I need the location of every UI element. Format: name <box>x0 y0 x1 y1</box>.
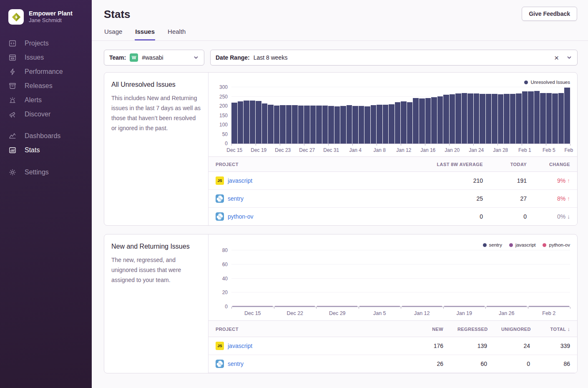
legend-item-unresolved[interactable]: Unresolved Issues <box>524 80 570 85</box>
chart-x-axis: Dec 15Dec 22Dec 29Jan 5Jan 12Jan 19Jan 2… <box>231 307 570 320</box>
sidebar-item-releases[interactable]: Releases <box>0 79 92 93</box>
date-range-selector[interactable]: Date Range: Last 8 weeks × <box>210 50 578 66</box>
trend-up-icon: ↑ <box>567 195 570 202</box>
x-axis-label: Dec 31 <box>323 147 339 153</box>
chevron-down-icon <box>566 55 572 60</box>
bar <box>540 93 546 144</box>
date-range-label: Date Range: <box>216 54 250 61</box>
column-header-new: New <box>400 321 450 337</box>
x-axis-label: Jan 20 <box>445 147 460 153</box>
sidebar-item-dashboards[interactable]: Dashboards <box>0 129 92 143</box>
stack-segment-sentry <box>444 306 485 307</box>
legend-item-python-ov[interactable]: python-ov <box>543 242 570 247</box>
bar <box>407 102 413 144</box>
stacked-bar <box>359 306 400 307</box>
bar <box>480 94 485 144</box>
sidebar-item-label: Projects <box>25 40 49 47</box>
table-row: python-ov 0 0 0% ↓ <box>209 208 577 226</box>
x-axis-label: Dec 15 <box>226 147 242 153</box>
regressed-value: 60 <box>450 355 494 373</box>
x-axis-label: Dec 27 <box>299 147 315 153</box>
stacked-bar <box>487 306 527 307</box>
table-row: JSjavascript 210 191 9% ↑ <box>209 172 577 190</box>
bar <box>316 106 322 144</box>
bar <box>298 106 304 144</box>
bar <box>419 98 425 144</box>
bar <box>262 103 268 144</box>
bar <box>304 106 310 144</box>
sidebar-item-settings[interactable]: Settings <box>0 165 92 179</box>
project-link[interactable]: sentry <box>228 195 244 202</box>
bar <box>450 94 455 144</box>
tab-issues[interactable]: Issues <box>135 28 155 40</box>
sidebar-item-projects[interactable]: Projects <box>0 36 92 50</box>
sidebar-item-performance[interactable]: Performance <box>0 65 92 79</box>
sidebar-item-stats[interactable]: Stats <box>0 143 92 157</box>
sidebar-item-alerts[interactable]: Alerts <box>0 93 92 107</box>
axis-tick <box>328 144 329 146</box>
org-switcher[interactable]: Empower Plant Jane Schmidt <box>0 0 92 33</box>
unignored-value: 24 <box>494 337 537 355</box>
give-feedback-button[interactable]: Give Feedback <box>522 7 577 21</box>
project-link[interactable]: javascript <box>228 177 252 184</box>
bar <box>250 101 256 144</box>
axis-tick <box>528 307 528 309</box>
sidebar-item-label: Alerts <box>25 96 42 104</box>
axis-tick <box>485 307 486 309</box>
javascript-platform-icon: JS <box>216 176 224 185</box>
legend-item-javascript[interactable]: javascript <box>509 242 536 247</box>
x-axis-label: Jan 28 <box>493 147 508 153</box>
x-axis-label: Jan 12 <box>401 307 443 320</box>
bar <box>274 106 280 144</box>
column-header-today: Today <box>490 157 534 172</box>
x-axis-label: Jan 8 <box>374 147 386 153</box>
bar <box>401 101 407 144</box>
bar <box>334 106 340 144</box>
sidebar: Empower Plant Jane Schmidt Projects Issu… <box>0 0 92 388</box>
x-axis-label: Dec 23 <box>275 147 291 153</box>
bar <box>268 105 274 144</box>
filter-bar: Team: W #wasabi Date Range: Last 8 weeks… <box>104 50 578 66</box>
axis-tick <box>231 307 232 309</box>
y-axis-label: 0 <box>225 304 228 310</box>
today-value: 0 <box>490 208 534 226</box>
axis-tick <box>274 307 274 309</box>
legend-dot <box>543 243 546 247</box>
table-row: sentry 26 60 0 86 <box>209 355 577 373</box>
new-returning-issues-chart: sentry javascript python-ov 020406080 De… <box>209 234 577 320</box>
unresolved-issues-table: Project Last 8w Average Today Change JSj… <box>209 156 577 225</box>
project-link[interactable]: sentry <box>228 360 244 367</box>
stats-icon <box>8 146 17 154</box>
clear-date-range-icon[interactable]: × <box>554 54 559 62</box>
sidebar-item-label: Releases <box>25 82 53 90</box>
axis-tick <box>401 307 401 309</box>
project-link[interactable]: javascript <box>228 343 252 349</box>
sidebar-item-discover[interactable]: Discover <box>0 107 92 121</box>
discover-icon <box>8 110 17 118</box>
bar <box>347 105 352 144</box>
team-selector[interactable]: Team: W #wasabi <box>104 50 204 66</box>
sidebar-nav: Projects Issues Performance Releases Ale… <box>0 33 92 179</box>
tab-usage[interactable]: Usage <box>104 28 123 40</box>
stacked-bar <box>317 306 357 307</box>
sidebar-item-issues[interactable]: Issues <box>0 50 92 65</box>
bar <box>383 105 389 144</box>
column-header-total[interactable]: Total ↓ <box>537 321 577 337</box>
sidebar-item-label: Stats <box>25 146 40 154</box>
legend-label: Unresolved Issues <box>530 80 570 85</box>
legend-item-sentry[interactable]: sentry <box>483 242 502 247</box>
x-axis-label: Jan 19 <box>443 307 486 320</box>
legend-dot <box>509 243 513 247</box>
project-link[interactable]: python-ov <box>228 213 253 220</box>
stack-segment-sentry <box>402 306 442 307</box>
axis-tick <box>377 144 377 146</box>
tab-health[interactable]: Health <box>167 28 186 40</box>
team-avatar: W <box>130 53 138 62</box>
bar <box>522 91 528 144</box>
axis-tick <box>473 144 474 146</box>
unignored-value: 0 <box>494 355 537 373</box>
y-axis-label: 250 <box>219 94 228 100</box>
legend-label: sentry <box>489 242 502 247</box>
avg-value: 0 <box>398 208 490 226</box>
column-header-project: Project <box>209 321 400 337</box>
